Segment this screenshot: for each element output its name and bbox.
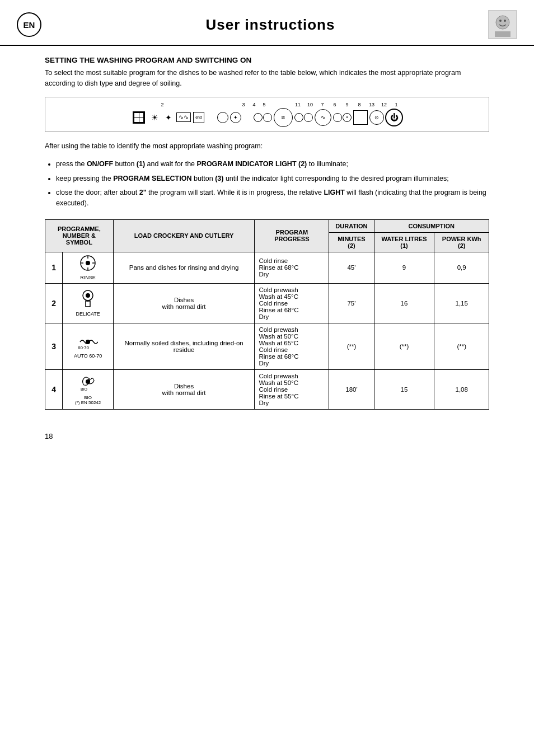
program-table: PROGRAMME, NUMBER & SYMBOL LOAD CROCKERY… — [45, 219, 489, 410]
page-title: User instructions — [53, 16, 488, 34]
svg-point-10 — [86, 261, 90, 265]
svg-point-1 — [496, 16, 509, 29]
row4-progress: Cold prewashWash at 50°CCold rinseRinse … — [255, 369, 329, 409]
program-diagram: 2 3 4 5 11 10 7 6 9 8 13 12 1 — [45, 97, 489, 132]
diag-item-sun: ☀ — [148, 113, 161, 122]
diag-oo2 — [294, 113, 313, 122]
diag-item-box: end — [193, 112, 205, 123]
diag-oo — [254, 113, 272, 122]
diag-oo3: ≡ — [333, 113, 352, 122]
svg-rect-4 — [495, 31, 510, 37]
diag-item-wave: ∿∿ — [176, 112, 191, 122]
row1-water: 9 — [374, 252, 434, 283]
row4-load: Disheswith normal dirt — [113, 369, 255, 409]
diag-circle-1 — [217, 112, 228, 123]
row3-minutes: (**) — [329, 323, 374, 369]
th-power: POWER KWh (2) — [434, 232, 489, 252]
row2-water: 16 — [374, 283, 434, 323]
svg-text:60·70: 60·70 — [78, 345, 90, 350]
row4-water: 15 — [374, 369, 434, 409]
row1-symbol: RINSE — [63, 252, 113, 283]
page-header: EN User instructions — [0, 0, 534, 46]
bullet-2: keep pressing the PROGRAM SELECTION butt… — [56, 173, 489, 184]
after-diagram-text: After using the table to identify the mo… — [45, 141, 489, 152]
row3-water: (**) — [374, 323, 434, 369]
svg-point-12 — [86, 293, 90, 298]
diag-item-grid — [131, 111, 147, 124]
th-water: WATER LITRES (1) — [374, 232, 434, 252]
row2-symbol: DELICATE — [63, 283, 113, 323]
row4-power: 1,08 — [434, 369, 489, 409]
diag-star-circle: ✦ — [230, 112, 241, 123]
brand-logo — [488, 10, 517, 39]
instructions-list: press the ON/OFF button (1) and wait for… — [50, 159, 489, 209]
bullet-3: close the door; after about 2" the progr… — [56, 187, 489, 209]
table-row: 3 60·70 AUTO 60-70 Normally soiled dishe… — [45, 323, 489, 369]
diag-power-section: ⊙ ⏻ — [369, 109, 403, 126]
main-content: SETTING THE WASHING PROGRAM AND SWITCHIN… — [0, 50, 534, 457]
row1-load: Pans and dishes for rinsing and drying — [113, 252, 255, 283]
svg-rect-13 — [86, 301, 90, 307]
bullet-1: press the ON/OFF button (1) and wait for… — [56, 159, 489, 170]
row3-load: Normally soiled dishes, including dried-… — [113, 323, 255, 369]
row4-num: 4 — [45, 369, 63, 409]
row4-symbol: BIO BIO(*) EN 50242 — [63, 369, 113, 409]
th-load: LOAD CROCKERY AND CUTLERY — [113, 219, 255, 252]
diag-rect — [353, 110, 368, 125]
row1-progress: Cold rinseRinse at 68°CDry — [255, 252, 329, 283]
row2-progress: Cold prewashWash at 45°CCold rinseRinse … — [255, 283, 329, 323]
row2-num: 2 — [45, 283, 63, 323]
diag-wave-circle: ∿ — [315, 109, 331, 126]
th-duration: DURATION — [329, 219, 374, 232]
language-badge: EN — [17, 12, 41, 37]
diag-large-circle: ≋ — [274, 108, 293, 127]
table-row: 4 BIO BIO(*) EN 50242 Disheswith normal … — [45, 369, 489, 409]
table-row: 1 RINSE Pans and dishes for rinsing and … — [45, 252, 489, 283]
row2-load: Disheswith normal dirt — [113, 283, 255, 323]
row3-progress: Cold prewashWash at 50°CWash at 65°CCold… — [255, 323, 329, 369]
th-program-progress: PROGRAM PROGRESS — [255, 219, 329, 252]
row1-power: 0,9 — [434, 252, 489, 283]
row2-power: 1,15 — [434, 283, 489, 323]
th-programme: PROGRAMME, NUMBER & SYMBOL — [45, 219, 114, 252]
row2-minutes: 75' — [329, 283, 374, 323]
language-label: EN — [24, 20, 35, 30]
intro-text: To select the most suitable program for … — [45, 68, 489, 89]
row3-num: 3 — [45, 323, 63, 369]
page-number: 18 — [45, 432, 489, 440]
section-title: SETTING THE WASHING PROGRAM AND SWITCHIN… — [45, 56, 489, 64]
diag-item-star: ✦ — [162, 113, 175, 122]
th-minutes: MINUTES (2) — [329, 232, 374, 252]
svg-text:BIO: BIO — [81, 387, 88, 391]
table-row: 2 DELICATE Disheswith normal dirt Cold p… — [45, 283, 489, 323]
row4-minutes: 180' — [329, 369, 374, 409]
th-consumption: CONSUMPTION — [374, 219, 489, 232]
row1-num: 1 — [45, 252, 63, 283]
row3-power: (**) — [434, 323, 489, 369]
svg-point-3 — [504, 20, 506, 22]
row1-minutes: 45' — [329, 252, 374, 283]
svg-point-2 — [499, 20, 502, 22]
row3-symbol: 60·70 AUTO 60-70 — [63, 323, 113, 369]
